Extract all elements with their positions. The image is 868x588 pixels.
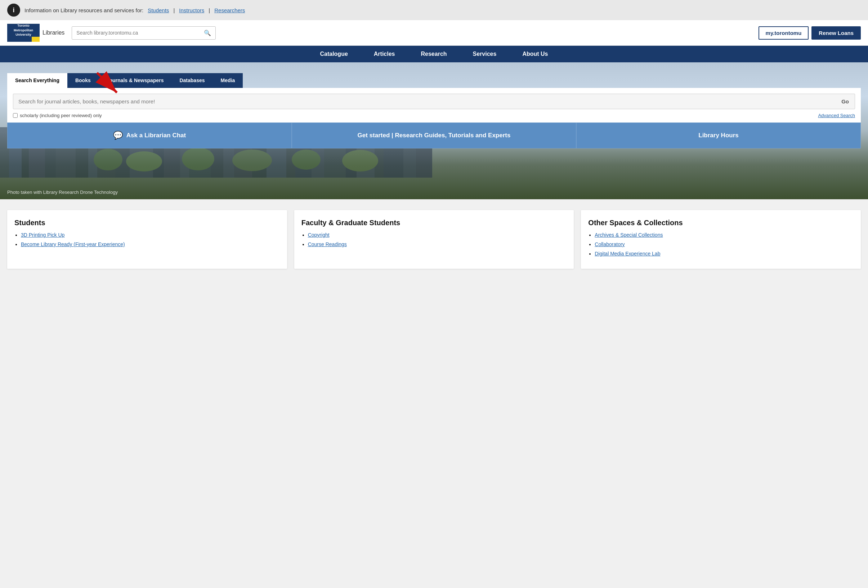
tab-media[interactable]: Media — [213, 73, 243, 88]
list-item: Copyright — [308, 232, 567, 238]
students-link[interactable]: Students — [148, 7, 169, 13]
main-search-go-button[interactable]: Go — [836, 95, 855, 108]
search-tabs: Search Everything Books Journals & Newsp… — [7, 73, 861, 88]
my-torontomu-button[interactable]: my.torontomu — [759, 26, 809, 40]
ask-librarian-link[interactable]: 💬 Ask a Librarian Chat — [7, 123, 292, 148]
other-spaces-card: Other Spaces & Collections Archives & Sp… — [581, 210, 861, 269]
copyright-link[interactable]: Copyright — [308, 232, 329, 238]
list-item: Become Library Ready (First-year Experie… — [21, 241, 280, 247]
get-started-link[interactable]: Get started | Research Guides, Tutorials… — [292, 123, 576, 148]
advanced-search-link[interactable]: Advanced Search — [818, 113, 855, 118]
scholarly-checkbox-label[interactable]: scholarly (including peer reviewed) only — [13, 113, 102, 118]
instructors-link[interactable]: Instructors — [179, 7, 204, 13]
list-item: Archives & Special Collections — [595, 232, 853, 238]
header-search-button[interactable]: 🔍 — [199, 27, 216, 39]
cards-section: Students 3D Printing Pick Up Become Libr… — [0, 199, 868, 279]
svg-line-37 — [97, 73, 117, 93]
tab-databases[interactable]: Databases — [171, 73, 213, 88]
library-hours-link[interactable]: Library Hours — [576, 123, 861, 148]
search-options: scholarly (including peer reviewed) only… — [13, 113, 855, 118]
digital-media-link[interactable]: Digital Media Experience Lab — [595, 251, 660, 257]
tab-search-everything[interactable]: Search Everything — [7, 73, 67, 88]
faculty-card: Faculty & Graduate Students Copyright Co… — [294, 210, 574, 269]
scholarly-checkbox[interactable] — [13, 113, 18, 118]
hero-search-widget: Search Everything Books Journals & Newsp… — [0, 62, 868, 156]
renew-loans-button[interactable]: Renew Loans — [812, 26, 861, 40]
students-card: Students 3D Printing Pick Up Become Libr… — [7, 210, 287, 269]
university-logo[interactable]: TorontoMetropolitanUniversity — [7, 24, 40, 42]
list-item: 3D Printing Pick Up — [21, 232, 280, 238]
other-spaces-card-list: Archives & Special Collections Collabora… — [588, 232, 853, 257]
course-readings-link[interactable]: Course Readings — [308, 241, 347, 247]
3d-printing-link[interactable]: 3D Printing Pick Up — [21, 232, 65, 238]
students-card-list: 3D Printing Pick Up Become Library Ready… — [15, 232, 280, 247]
main-search-box: Go scholarly (including peer reviewed) o… — [7, 88, 861, 123]
main-navigation: Catalogue Articles Research Services Abo… — [0, 46, 868, 62]
header-search-bar: 🔍 — [72, 26, 216, 40]
list-item: Collaboratory — [595, 241, 853, 247]
main-search-input-wrapper: Go — [13, 94, 855, 109]
researchers-link[interactable]: Researchers — [214, 7, 245, 13]
archives-link[interactable]: Archives & Special Collections — [595, 232, 663, 238]
site-header: TorontoMetropolitanUniversity Libraries … — [0, 20, 868, 46]
faculty-card-list: Copyright Course Readings — [301, 232, 567, 247]
libraries-label: Libraries — [43, 30, 65, 36]
nav-services[interactable]: Services — [460, 46, 510, 62]
list-item: Digital Media Experience Lab — [595, 251, 853, 257]
nav-articles[interactable]: Articles — [361, 46, 408, 62]
chat-icon: 💬 — [113, 131, 123, 140]
header-search-input[interactable] — [72, 27, 199, 38]
collaboratory-link[interactable]: Collaboratory — [595, 241, 624, 247]
scholarly-label: scholarly (including peer reviewed) only — [20, 113, 102, 118]
faculty-card-title: Faculty & Graduate Students — [301, 219, 567, 227]
ask-librarian-label: Ask a Librarian Chat — [126, 132, 186, 139]
info-banner-text: Information on Library resources and ser… — [25, 7, 143, 13]
logo-area: TorontoMetropolitanUniversity Libraries — [7, 24, 65, 42]
hero-section: Search Everything Books Journals & Newsp… — [0, 62, 868, 199]
students-card-title: Students — [15, 219, 280, 227]
main-search-input[interactable] — [13, 94, 836, 109]
info-banner: i Information on Library resources and s… — [0, 0, 868, 20]
quick-links: 💬 Ask a Librarian Chat Get started | Res… — [7, 123, 861, 148]
library-ready-link[interactable]: Become Library Ready (First-year Experie… — [21, 241, 125, 247]
get-started-label: Get started | Research Guides, Tutorials… — [358, 132, 511, 139]
other-spaces-card-title: Other Spaces & Collections — [588, 219, 853, 227]
nav-catalogue[interactable]: Catalogue — [307, 46, 360, 62]
photo-credit: Photo taken with Library Research Drone … — [7, 189, 118, 195]
header-buttons: my.torontomu Renew Loans — [759, 26, 861, 40]
info-icon: i — [7, 4, 20, 16]
university-name: TorontoMetropolitanUniversity — [14, 24, 33, 42]
nav-research[interactable]: Research — [408, 46, 460, 62]
library-hours-label: Library Hours — [698, 132, 738, 139]
red-arrow — [94, 69, 126, 98]
nav-about-us[interactable]: About Us — [509, 46, 561, 62]
list-item: Course Readings — [308, 241, 567, 247]
